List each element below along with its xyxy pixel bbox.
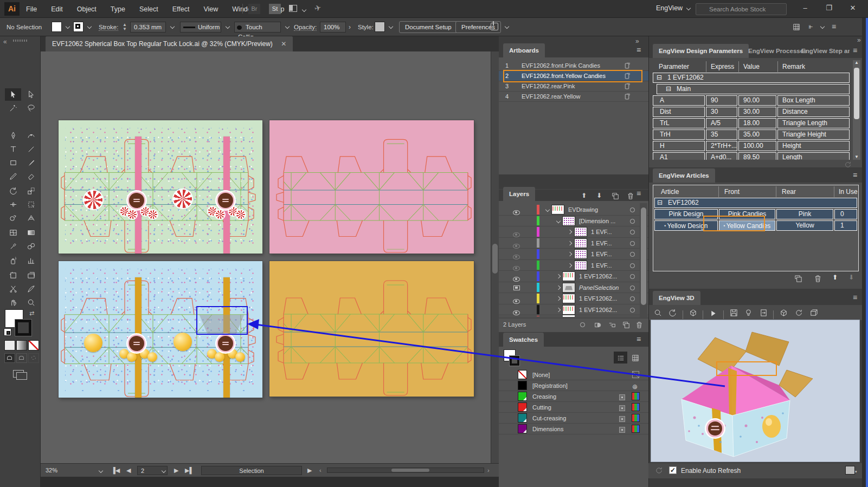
new-article-icon[interactable] [794, 275, 802, 283]
target-circle-icon[interactable] [630, 274, 635, 279]
background-color-swatch[interactable] [846, 466, 854, 474]
artboard-icon[interactable] [623, 62, 631, 69]
canvas[interactable] [41, 51, 491, 463]
param-value-cell[interactable]: 90.00 [738, 95, 776, 106]
collapsed-chevron-icon[interactable] [556, 274, 561, 278]
color-mode-button[interactable] [5, 341, 15, 350]
param-value-cell[interactable]: 18.00 [738, 118, 776, 128]
rectangle-tool[interactable] [5, 157, 21, 169]
move-up-icon[interactable]: ⬆ [581, 192, 587, 199]
collapsed-chevron-icon[interactable] [556, 307, 561, 311]
artboard-3-front-yellow-candies[interactable] [59, 261, 262, 398]
tab-close-icon[interactable]: ✕ [281, 40, 286, 48]
collapse-tools-icon[interactable]: « [3, 38, 7, 46]
box-dimensions-icon[interactable] [807, 307, 820, 319]
fill-swatch[interactable] [52, 22, 61, 31]
visibility-eye-icon[interactable] [513, 277, 520, 282]
param-name-cell[interactable]: TrL [653, 118, 705, 128]
tab-engview-3d[interactable]: EngView 3D [653, 291, 700, 305]
param-remark-cell[interactable]: Height [777, 141, 850, 151]
layer-row[interactable]: EVDrawing [499, 204, 648, 216]
vertical-scroll-thumb[interactable] [492, 244, 498, 274]
eyedropper-tool[interactable] [5, 240, 21, 252]
document-setup-button[interactable]: Document Setup [399, 21, 458, 33]
dimensions-swatch[interactable] [518, 425, 526, 433]
layer-thumbnail[interactable] [575, 250, 587, 258]
collapsed-chevron-icon[interactable] [568, 263, 572, 267]
app-logo[interactable]: Ai [4, 2, 20, 16]
stroke-stepper[interactable]: ▲▼ [123, 23, 127, 31]
mesh-tool[interactable] [5, 226, 21, 239]
stroke-width-chevron-icon[interactable] [170, 24, 175, 29]
refresh-3d-icon[interactable] [792, 307, 805, 319]
layer-row[interactable]: 1 EVF12062... [499, 271, 648, 282]
menu-view[interactable]: View [203, 5, 218, 13]
visibility-eye-icon[interactable] [513, 244, 520, 249]
visibility-eye-icon[interactable] [513, 232, 520, 237]
expand-dock-icon[interactable]: » [635, 37, 639, 45]
layer-name[interactable]: [Dimension ... [579, 216, 615, 226]
layer-name[interactable]: 1 EVF12062... [579, 271, 617, 282]
cutting-swatch[interactable] [518, 403, 526, 411]
visibility-eye-icon[interactable] [513, 299, 520, 304]
locate-object-icon[interactable] [580, 322, 585, 327]
artboard-tool[interactable] [5, 269, 21, 282]
artboard-row-selected[interactable]: 2 EVF12062.front.Yellow Candies [499, 71, 648, 81]
layer-row[interactable]: 1 EVF... [499, 226, 648, 238]
target-circle-icon[interactable] [630, 263, 635, 268]
param-subgroup-row[interactable]: ⊟Main [657, 84, 850, 94]
hscroll-right-arrow[interactable]: › [487, 466, 490, 475]
style-swatch[interactable] [375, 22, 384, 31]
layer-row[interactable]: PanelSelection [499, 282, 648, 294]
target-circle-icon[interactable] [630, 230, 635, 235]
articles-menu-icon[interactable]: ≡ [853, 171, 857, 179]
fill-chevron-icon[interactable] [66, 24, 70, 29]
layer-thumbnail[interactable] [563, 217, 575, 225]
menu-effect[interactable]: Effect [172, 5, 190, 13]
params-refresh-icon[interactable] [844, 161, 852, 168]
new-layer-icon[interactable] [622, 321, 630, 329]
col-front[interactable]: Front [718, 186, 775, 197]
stroke-chevron-icon[interactable] [87, 24, 92, 29]
expand-chevron-icon[interactable] [556, 218, 561, 223]
tab-engview-articles[interactable]: EngView Articles [653, 168, 715, 183]
shape-builder-tool[interactable] [5, 212, 21, 224]
layer-thumbnail[interactable] [563, 272, 575, 281]
width-tool[interactable] [5, 198, 21, 211]
layers-scroll-thumb[interactable] [641, 207, 646, 305]
col-rear[interactable]: Rear [776, 186, 833, 197]
param-express-cell[interactable]: A+d0... [706, 152, 737, 160]
paintbrush-tool[interactable] [23, 157, 39, 169]
layer-thumbnail[interactable] [575, 261, 587, 270]
param-name-cell[interactable]: TrH [653, 129, 705, 140]
knife-tool[interactable] [23, 283, 39, 295]
grid-view-button[interactable] [628, 352, 642, 363]
scroll-up-icon[interactable]: ▲ [854, 60, 859, 65]
article-front-cell[interactable]: Pink Candies [719, 209, 775, 219]
none-swatch[interactable] [518, 371, 526, 379]
zoom-tool[interactable] [23, 296, 39, 309]
stock-button[interactable]: St [269, 4, 281, 14]
stock-search-input[interactable]: Search Adobe Stock [696, 3, 787, 15]
artboard-name[interactable]: EVF12062.rear.Yellow [522, 92, 580, 102]
layer-name[interactable]: 1 EVF... [591, 249, 612, 259]
tools-grip[interactable] [13, 40, 28, 42]
layer-row[interactable]: [Dimension ... [499, 216, 648, 227]
article-front-cell-selected[interactable]: ▪ Yellow Candies [719, 220, 775, 231]
param-remark-cell[interactable]: Distance [777, 107, 850, 117]
view-cube-icon[interactable] [686, 307, 699, 319]
target-circle-icon[interactable] [630, 219, 635, 224]
status-display[interactable]: Selection [201, 466, 302, 475]
artboard-row[interactable]: 3 EVF12062.rear.Pink [499, 81, 648, 92]
target-circle-icon[interactable] [630, 252, 635, 257]
menu-edit[interactable]: Edit [51, 5, 63, 13]
layer-name[interactable]: PanelSelection [579, 282, 619, 293]
layout-chevron-icon[interactable] [300, 7, 306, 14]
artboard-icon[interactable] [623, 73, 631, 80]
article-inuse-cell[interactable]: 0 [834, 209, 857, 219]
param-express-cell[interactable]: 30 [706, 107, 737, 117]
delete-article-icon[interactable] [814, 275, 822, 283]
gradient-mode-button[interactable] [17, 341, 27, 350]
article-rear-cell[interactable]: Pink [776, 209, 833, 219]
artboard-1-front-pink-candies[interactable] [59, 120, 262, 254]
